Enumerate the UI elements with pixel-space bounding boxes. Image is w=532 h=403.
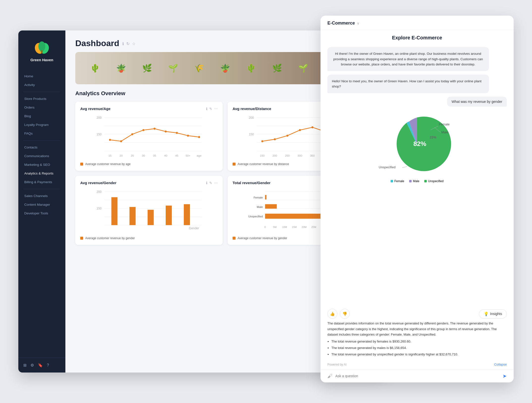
svg-rect-60 (130, 207, 136, 225)
star-icon[interactable]: ☆ (132, 41, 135, 46)
svg-point-28 (198, 136, 200, 138)
more-icon-gender[interactable]: ⋯ (214, 181, 218, 185)
svg-text:300: 300 (297, 154, 302, 157)
chat-actions-row: 👍 👎 💡 Insights (320, 307, 514, 321)
svg-rect-80 (265, 195, 266, 200)
plant-8: 🌿 (272, 64, 282, 72)
svg-point-45 (274, 138, 276, 140)
svg-text:Female: Female (254, 196, 263, 199)
header-icons: ℹ ↻ ☆ (122, 41, 135, 46)
insights-bullet-3: The total revenue generated by unspecifi… (331, 352, 507, 357)
thumbs-down-button[interactable]: 👎 (340, 309, 350, 319)
svg-point-27 (187, 135, 189, 137)
chat-panel: E-Commerce ∨ Explore E-Commerce Hi there… (320, 16, 514, 382)
sidebar-item-sales-channels[interactable]: Sales Channels (18, 192, 65, 200)
pie-svg-wrap: 82% Female Male Unspecified 15% (327, 113, 507, 177)
svg-rect-61 (148, 210, 154, 225)
svg-rect-63 (184, 204, 190, 225)
svg-text:250: 250 (285, 154, 290, 157)
svg-point-47 (299, 129, 301, 131)
legend-dot-unspecified (424, 180, 427, 182)
sidebar-item-faqs[interactable]: FAQs (18, 129, 65, 138)
sidebar-item-loyalty-program[interactable]: Loyalty Program (18, 120, 65, 129)
info-icon-age[interactable]: ℹ (206, 107, 207, 111)
svg-text:45: 45 (175, 154, 179, 157)
sidebar-item-blog[interactable]: Blog (18, 112, 65, 120)
sidebar-item-home[interactable]: Home (18, 72, 65, 81)
chevron-down-icon[interactable]: ∨ (357, 21, 359, 25)
refresh-icon[interactable]: ↻ (126, 41, 130, 46)
brush-icon: 🖌 (327, 373, 332, 379)
chart-header-avg-gender: Avg revenue/Gender ℹ ✎ ⋯ (80, 181, 218, 185)
svg-text:150: 150 (249, 133, 254, 136)
legend-dot-total-gender (233, 237, 236, 240)
legend-male: Male (409, 179, 419, 183)
svg-line-89 (402, 167, 407, 168)
settings-icon[interactable]: ⚙ (30, 363, 34, 368)
info-icon-gender[interactable]: ℹ (206, 181, 207, 185)
sidebar-item-communications[interactable]: Communications (18, 152, 65, 160)
legend-dot-gender (80, 237, 83, 240)
nav-divider-2 (23, 140, 60, 141)
edit-icon-gender[interactable]: ✎ (209, 181, 212, 185)
svg-text:Male: Male (257, 205, 263, 208)
svg-text:82%: 82% (413, 140, 426, 147)
sidebar-item-billing-payments[interactable]: Billing & Payments (18, 178, 65, 186)
help-icon[interactable]: ? (47, 363, 49, 368)
sidebar-item-marketing-seo[interactable]: Marketing & SEO (18, 160, 65, 169)
bookmark-icon[interactable]: 🔖 (38, 363, 43, 368)
legend-dot-age (80, 163, 83, 166)
chart-card-avg-age: Avg revenue/Age ℹ ✎ ⋯ (75, 102, 223, 171)
plant-3: 🌿 (142, 64, 152, 72)
svg-point-23 (142, 129, 144, 131)
insights-button[interactable]: 💡 Insights (479, 309, 507, 318)
insights-bullet-1: The total revenue generated by females i… (331, 339, 507, 344)
send-icon[interactable]: ➤ (503, 373, 507, 379)
sidebar-nav: Home Activity Store Products Orders Blog… (18, 69, 65, 358)
svg-text:Gender: Gender (189, 227, 199, 230)
insights-bullets: The total revenue generated by females i… (331, 339, 507, 357)
sidebar-item-orders[interactable]: Orders (18, 103, 65, 112)
chart-title-avg-age: Avg revenue/Age (80, 107, 110, 111)
svg-text:40: 40 (164, 154, 167, 157)
chart-title-avg-distance: Avg revenue/Distance (233, 107, 271, 111)
sidebar-item-activity[interactable]: Activity (18, 81, 65, 89)
legend-label-distance: Average customer revenue by distance (238, 162, 289, 166)
legend-female: Female (391, 179, 404, 183)
svg-text:20: 20 (120, 154, 123, 157)
svg-text:150: 150 (97, 133, 102, 136)
sidebar-item-contacts[interactable]: Contacts (18, 143, 65, 152)
sidebar-item-content-manager[interactable]: Content Manager (18, 200, 65, 209)
grid-icon[interactable]: ⊞ (23, 363, 27, 368)
pie-legend: Female Male Unspecified (327, 179, 507, 183)
sidebar-item-analytics-reports[interactable]: Analytics & Reports (18, 169, 65, 178)
svg-point-2 (38, 41, 45, 51)
sidebar-footer: ⊞ ⚙ 🔖 ? (18, 358, 65, 373)
more-icon-age[interactable]: ⋯ (214, 107, 218, 111)
chat-input[interactable] (335, 374, 500, 378)
collapse-button[interactable]: Collapse (494, 363, 507, 366)
svg-text:Male: Male (441, 130, 448, 134)
legend-label-total-gender: Average customer revenue by gender (238, 236, 287, 240)
plant-5: 🌾 (194, 64, 204, 72)
legend-label-unspecified: Unspecified (428, 179, 444, 183)
chart-actions-avg-age: ℹ ✎ ⋯ (206, 107, 218, 111)
svg-point-46 (286, 135, 288, 137)
svg-text:10M: 10M (282, 226, 287, 229)
svg-text:Female: Female (439, 122, 450, 126)
svg-point-25 (165, 131, 167, 133)
edit-icon-age[interactable]: ✎ (209, 107, 212, 111)
svg-point-21 (120, 140, 122, 142)
thumbs-up-button[interactable]: 👍 (327, 309, 337, 319)
page-title: Dashboard (75, 38, 119, 48)
info-icon[interactable]: ℹ (122, 41, 124, 46)
svg-rect-62 (166, 206, 172, 225)
pie-chart-container: 82% Female Male Unspecified 15% (327, 110, 507, 185)
legend-label-gender: Average customer revenue by gender (85, 236, 135, 240)
legend-label-age: Average customer revenue by age (85, 162, 131, 166)
sidebar-item-developer-tools[interactable]: Developer Tools (18, 209, 65, 218)
svg-text:350: 350 (310, 154, 315, 157)
insights-button-label: Insights (490, 312, 502, 316)
sidebar-item-store-products[interactable]: Store Products (18, 94, 65, 103)
lightbulb-icon: 💡 (484, 312, 489, 316)
